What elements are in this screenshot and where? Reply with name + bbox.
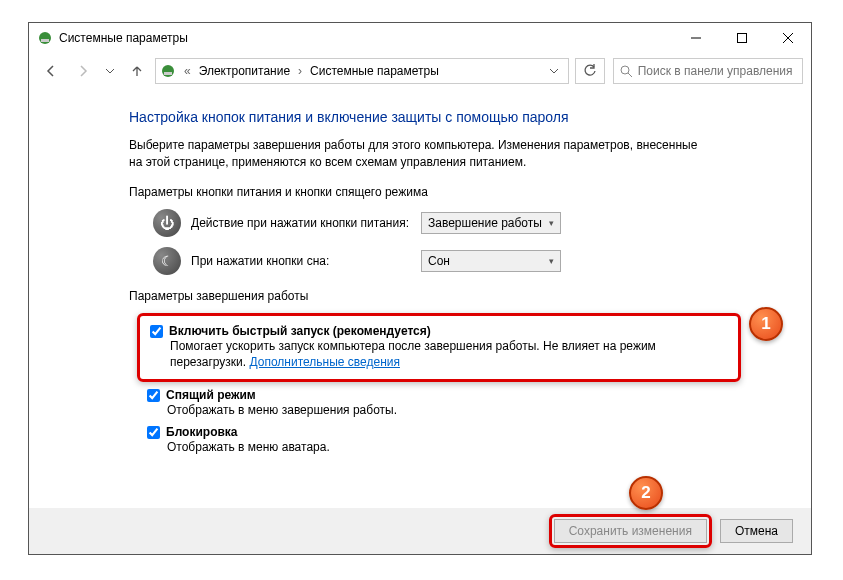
power-button-label: Действие при нажатии кнопки питания: [191,216,411,230]
content-area: Настройка кнопок питания и включение защ… [29,89,811,456]
power-button-select[interactable]: Завершение работы ▾ [421,212,561,234]
nav-toolbar: « Электропитание › Системные параметры [29,53,811,89]
refresh-button[interactable] [575,58,605,84]
recent-dropdown[interactable] [101,57,119,85]
moon-icon: ☾ [153,247,181,275]
svg-line-9 [628,73,632,77]
section-label-buttons: Параметры кнопки питания и кнопки спящег… [129,185,711,199]
button-bar: Сохранить изменения Отмена [29,508,811,554]
sleep-button-select[interactable]: Сон ▾ [421,250,561,272]
page-description: Выберите параметры завершения работы для… [129,137,711,171]
lock-title: Блокировка [166,425,238,439]
power-options-icon [37,30,53,46]
search-box[interactable] [613,58,803,84]
select-value: Завершение работы [428,216,542,230]
breadcrumb-dropdown[interactable] [544,64,564,78]
search-icon [620,65,632,78]
svg-point-6 [162,65,174,77]
window-controls [673,23,811,53]
power-icon: ⏻ [153,209,181,237]
chevron-right-icon: › [296,64,304,78]
svg-point-8 [621,66,629,74]
fast-startup-checkbox[interactable] [150,325,163,338]
minimize-button[interactable] [673,23,719,53]
window-title: Системные параметры [59,31,188,45]
lock-option: Блокировка Отображать в меню аватара. [147,425,711,456]
sleep-title: Спящий режим [166,388,256,402]
back-button[interactable] [37,57,65,85]
svg-rect-3 [738,34,747,43]
window: Системные параметры « Электропитание › С… [28,22,812,555]
svg-rect-1 [41,39,49,42]
sleep-button-label: При нажатии кнопки сна: [191,254,411,268]
maximize-button[interactable] [719,23,765,53]
chevron-down-icon: ▾ [549,256,554,266]
highlight-fast-startup: Включить быстрый запуск (рекомендуется) … [137,313,741,383]
sleep-option: Спящий режим Отображать в меню завершени… [147,388,711,419]
breadcrumb-item[interactable]: Электропитание [195,62,294,80]
save-button[interactable]: Сохранить изменения [554,519,707,543]
sleep-desc: Отображать в меню завершения работы. [167,402,711,419]
power-button-row: ⏻ Действие при нажатии кнопки питания: З… [153,209,711,237]
forward-button[interactable] [69,57,97,85]
fast-startup-desc: Помогает ускорить запуск компьютера посл… [170,338,728,372]
up-button[interactable] [123,57,151,85]
highlight-save: Сохранить изменения [549,514,712,548]
more-info-link[interactable]: Дополнительные сведения [249,355,399,369]
sleep-checkbox[interactable] [147,389,160,402]
svg-point-0 [39,32,51,44]
titlebar: Системные параметры [29,23,811,53]
callout-1: 1 [749,307,783,341]
close-button[interactable] [765,23,811,53]
breadcrumb-prefix: « [182,64,193,78]
svg-rect-7 [164,72,172,75]
breadcrumb[interactable]: « Электропитание › Системные параметры [155,58,569,84]
section-label-shutdown: Параметры завершения работы [129,289,711,303]
shutdown-section: Параметры завершения работы Включить быс… [129,289,711,456]
lock-checkbox[interactable] [147,426,160,439]
fast-startup-title: Включить быстрый запуск (рекомендуется) [169,324,431,338]
select-value: Сон [428,254,450,268]
page-heading: Настройка кнопок питания и включение защ… [129,109,711,125]
sleep-button-row: ☾ При нажатии кнопки сна: Сон ▾ [153,247,711,275]
breadcrumb-item[interactable]: Системные параметры [306,62,443,80]
search-input[interactable] [638,64,796,78]
fast-startup-option: Включить быстрый запуск (рекомендуется) [150,324,728,338]
callout-2: 2 [629,476,663,510]
power-options-icon [160,63,176,79]
chevron-down-icon: ▾ [549,218,554,228]
lock-desc: Отображать в меню аватара. [167,439,711,456]
cancel-button[interactable]: Отмена [720,519,793,543]
